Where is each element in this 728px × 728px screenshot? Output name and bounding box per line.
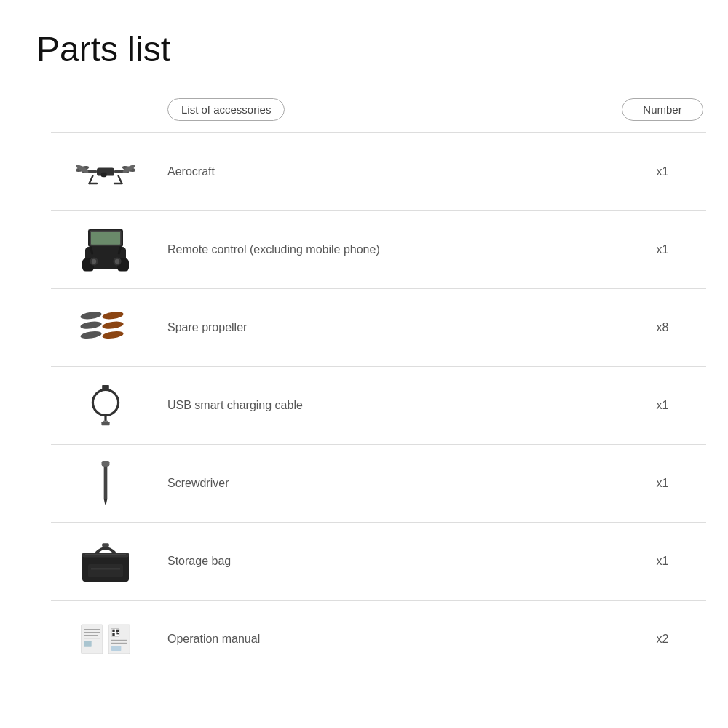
usb-icon <box>76 380 135 431</box>
svg-rect-35 <box>104 461 108 500</box>
svg-marker-37 <box>104 499 108 505</box>
table-row: Screwdriver x1 <box>51 444 706 522</box>
screwdriver-image <box>51 458 160 509</box>
svg-point-26 <box>80 320 102 330</box>
number-label: Number <box>622 98 703 121</box>
svg-rect-49 <box>84 641 92 647</box>
item-count-propeller: x8 <box>619 321 706 334</box>
svg-rect-52 <box>112 630 114 632</box>
svg-rect-56 <box>116 631 117 632</box>
svg-rect-42 <box>88 564 123 577</box>
table-row: Storage bag x1 <box>51 522 706 600</box>
screwdriver-icon <box>76 458 135 509</box>
svg-point-25 <box>102 311 124 320</box>
svg-line-10 <box>119 176 122 183</box>
remote-image <box>51 224 160 275</box>
item-name-remote: Remote control (excluding mobile phone) <box>160 243 619 256</box>
table-row: Aerocraft x1 <box>51 132 706 210</box>
svg-line-8 <box>90 176 93 183</box>
item-name-bag: Storage bag <box>160 555 619 568</box>
parts-table: List of accessories Number <box>51 98 706 678</box>
svg-rect-36 <box>102 461 110 467</box>
svg-rect-14 <box>91 232 120 245</box>
manual-icon <box>76 614 135 665</box>
item-count-manual: x2 <box>619 633 706 646</box>
svg-rect-31 <box>102 385 109 389</box>
remote-icon <box>76 224 135 275</box>
item-name-aerocraft: Aerocraft <box>160 165 619 178</box>
svg-rect-59 <box>111 646 121 651</box>
propeller-image <box>51 302 160 353</box>
item-count-screwdriver: x1 <box>619 477 706 490</box>
svg-point-30 <box>92 389 118 415</box>
svg-rect-1 <box>101 173 107 177</box>
table-row: Spare propeller x8 <box>51 288 706 366</box>
bag-image <box>51 536 160 587</box>
manual-image <box>51 614 160 665</box>
page-title: Parts list <box>36 29 692 69</box>
drone-icon <box>76 146 135 197</box>
aerocraft-image <box>51 146 160 197</box>
usb-image <box>51 380 160 431</box>
accessories-label: List of accessories <box>167 98 285 121</box>
svg-rect-54 <box>112 633 114 636</box>
svg-point-28 <box>80 330 102 339</box>
item-count-usb: x1 <box>619 399 706 412</box>
svg-rect-33 <box>101 422 109 425</box>
table-header: List of accessories Number <box>167 98 706 132</box>
svg-rect-55 <box>116 633 119 634</box>
table-row: Operation manual x2 <box>51 600 706 678</box>
item-name-usb: USB smart charging cable <box>160 399 619 412</box>
svg-point-20 <box>92 259 96 264</box>
svg-rect-41 <box>102 543 109 547</box>
svg-rect-44 <box>82 625 103 654</box>
propeller-icon <box>76 302 135 353</box>
header-number: Number <box>619 98 706 121</box>
table-row: USB smart charging cable x1 <box>51 366 706 444</box>
table-row: Remote control (excluding mobile phone) … <box>51 210 706 288</box>
item-count-bag: x1 <box>619 555 706 568</box>
header-accessories: List of accessories <box>167 98 619 121</box>
svg-rect-34 <box>103 421 108 422</box>
bag-icon <box>76 536 135 587</box>
svg-point-21 <box>115 259 119 264</box>
item-name-manual: Operation manual <box>160 633 619 646</box>
svg-point-27 <box>102 320 124 330</box>
svg-point-24 <box>80 311 102 320</box>
item-count-aerocraft: x1 <box>619 165 706 178</box>
item-count-remote: x1 <box>619 243 706 256</box>
item-name-screwdriver: Screwdriver <box>160 477 619 490</box>
item-name-propeller: Spare propeller <box>160 321 619 334</box>
svg-point-29 <box>102 330 124 339</box>
